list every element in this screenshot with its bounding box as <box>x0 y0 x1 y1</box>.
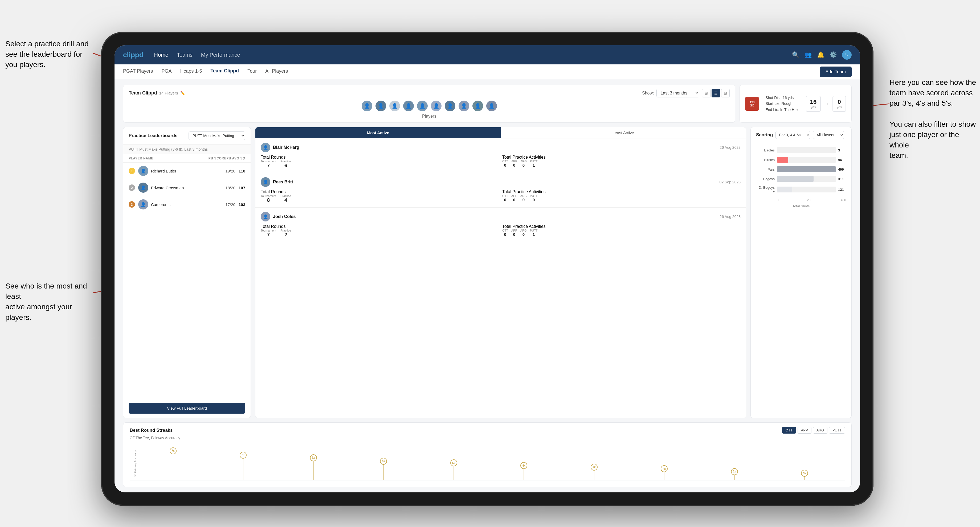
total-rounds-label-3: Total Rounds <box>261 224 285 229</box>
yds-right-box: 0 yds <box>832 96 846 112</box>
avatar-3[interactable]: 👤 <box>389 100 401 112</box>
lb-rank-3: 3 <box>129 201 135 208</box>
streak-dot-6: 4x <box>591 464 598 471</box>
search-icon[interactable]: 🔍 <box>792 51 799 58</box>
subnav-hcaps[interactable]: Hcaps 1-5 <box>180 68 202 75</box>
avatar-6[interactable]: 👤 <box>430 100 442 112</box>
subnav-tour[interactable]: Tour <box>247 68 257 75</box>
bar-val: 96 <box>838 158 846 162</box>
entry-3-player: 👤 Josh Coles <box>261 212 296 221</box>
streaks-title: Best Round Streaks <box>130 428 173 433</box>
player-filter[interactable]: All Players <box>813 131 844 139</box>
streak-col-5: 4x <box>489 446 559 480</box>
nav-teams[interactable]: Teams <box>177 52 192 58</box>
rounds-cols: Tournament 7 Practice 6 <box>261 160 499 168</box>
add-team-button[interactable]: Add Team <box>820 67 852 77</box>
streak-arg-btn[interactable]: ARG <box>813 427 827 433</box>
lb-score-2: 18/20 <box>225 186 235 190</box>
lb-score-3: 17/20 <box>225 202 235 207</box>
yds-left-num: 16 <box>810 98 816 105</box>
bar-wrap <box>777 157 836 163</box>
entry-2-stats: Total Rounds Tournament 8 Practice <box>261 189 741 203</box>
tournament-val-2: 8 <box>261 197 276 203</box>
people-icon[interactable]: 👥 <box>805 51 812 58</box>
period-select[interactable]: Last 3 months <box>657 89 699 97</box>
subnav-pga[interactable]: PGA <box>161 68 172 75</box>
chart-bar-bogeys: Bogeys 311 <box>756 176 846 182</box>
ott-val-3: 0 <box>502 232 508 237</box>
entry-3-date: 26 Aug 2023 <box>719 214 741 219</box>
avatar-10[interactable]: 👤 <box>486 100 498 112</box>
lb-rank-1: 1 <box>129 168 135 174</box>
avatar-2[interactable]: 👤 <box>375 100 387 112</box>
lb-player-3: 👤 Cameron... <box>138 199 222 210</box>
subnav-pgat[interactable]: PGAT Players <box>123 68 153 75</box>
streak-dot-2: 6x <box>310 454 317 461</box>
col-avg: PB AVG SQ <box>226 157 245 160</box>
ott-val-2: 0 <box>502 197 508 202</box>
avatar-5[interactable]: 👤 <box>417 100 428 112</box>
subnav-team[interactable]: Team Clippd <box>210 68 239 75</box>
practice-activities-group-2: Total Practice Activities OTT 0 APP <box>502 189 741 203</box>
annotation-top-left: Select a practice drill and see the lead… <box>5 39 96 70</box>
app-col-3: APP 0 <box>511 229 517 237</box>
arg-col-3: ARG 0 <box>520 229 527 237</box>
avatar-4[interactable]: 👤 <box>402 100 414 112</box>
subnav-all[interactable]: All Players <box>265 68 288 75</box>
streak-dot-4: 5x <box>450 459 457 466</box>
table-view-btn[interactable]: ⊟ <box>721 89 730 97</box>
tab-least-active[interactable]: Least Active <box>501 127 746 138</box>
avatar-8[interactable]: 👤 <box>458 100 470 112</box>
tab-most-active[interactable]: Most Active <box>255 127 501 138</box>
nav-performance[interactable]: My Performance <box>201 52 240 58</box>
ott-val-1: 0 <box>502 163 508 167</box>
ott-col-3: OTT 0 <box>502 229 508 237</box>
app-val-1: 0 <box>511 163 517 167</box>
entry-2-date: 02 Sep 2023 <box>719 180 741 184</box>
yds-right-num: 0 <box>837 98 842 105</box>
lb-avg-3: 103 <box>239 202 245 207</box>
nav-home[interactable]: Home <box>154 52 168 58</box>
x-label: 0 <box>777 198 779 202</box>
streak-ott-btn[interactable]: OTT <box>782 427 796 433</box>
avatar-7[interactable]: 👤 <box>444 100 456 112</box>
streaks-section: Best Round Streaks OTT APP ARG PUTT Off … <box>123 422 852 487</box>
list-view-btn[interactable]: ☰ <box>711 89 720 97</box>
tournament-col-3: Tournament 7 <box>261 229 276 238</box>
streak-dot-8: 3x <box>731 468 738 475</box>
total-rounds-group-2: Total Rounds Tournament 8 Practice <box>261 189 499 203</box>
user-avatar[interactable]: U <box>842 50 852 60</box>
avatar-1[interactable]: 👤 <box>361 100 373 112</box>
bell-icon[interactable]: 🔔 <box>817 51 824 58</box>
app-val-2: 0 <box>511 197 517 202</box>
grid-view-btn[interactable]: ⊞ <box>702 89 711 97</box>
edit-team-icon[interactable]: ✏️ <box>180 91 185 95</box>
streak-dot-3: 5x <box>380 458 387 465</box>
practice-activities-label-3: Total Practice Activities <box>502 224 546 229</box>
view-full-leaderboard-btn[interactable]: View Full Leaderboard <box>129 403 245 414</box>
chart-bar-d.-bogeys-+: D. Bogeys + 131 <box>756 186 846 194</box>
ipad-screen: clippd Home Teams My Performance 🔍 👥 🔔 ⚙… <box>115 45 860 492</box>
activity-panel: Most Active Least Active 👤 Blair McHarg <box>255 127 746 418</box>
app-val-3: 0 <box>511 232 517 237</box>
bar-fill <box>777 187 792 192</box>
avatar-9[interactable]: 👤 <box>472 100 484 112</box>
streak-putt-btn[interactable]: PUTT <box>829 427 845 433</box>
bar-fill <box>777 167 836 172</box>
yds-left-box: 16 yds <box>806 96 821 112</box>
settings-icon[interactable]: ⚙️ <box>829 51 837 58</box>
players-label: Players <box>422 114 436 119</box>
putt-col-3: PUTT 1 <box>530 229 538 237</box>
activity-entry-1: 👤 Blair McHarg 26 Aug 2023 Total Rounds <box>255 138 746 173</box>
subnav-links: PGAT Players PGA Hcaps 1-5 Team Clippd T… <box>123 68 288 75</box>
lb-rank-2: 2 <box>129 184 135 191</box>
entry-1-player: 👤 Blair McHarg <box>261 143 299 152</box>
rounds-cols-2: Tournament 8 Practice 4 <box>261 194 499 203</box>
activity-entry-2: 👤 Rees Britt 02 Sep 2023 Total Rounds <box>255 173 746 208</box>
entry-1-date: 26 Aug 2023 <box>719 145 741 149</box>
badge-sub: SQ <box>750 104 754 107</box>
par-filter[interactable]: Par 3, 4 & 5s <box>775 131 810 139</box>
putt-val-2: 0 <box>530 197 538 202</box>
drill-select[interactable]: PUTT Must Make Putting <box>189 132 245 140</box>
streak-app-btn[interactable]: APP <box>797 427 811 433</box>
